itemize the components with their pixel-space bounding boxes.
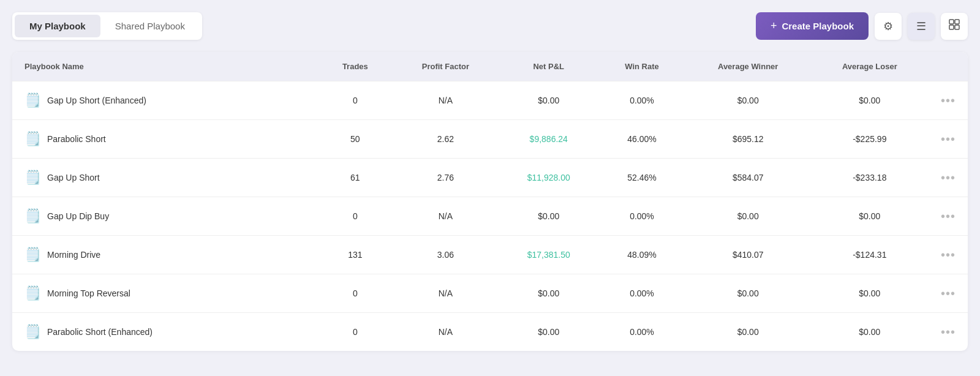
playbook-table: Playbook Name Trades Profit Factor Net P… bbox=[12, 52, 968, 351]
cell-avg-loser: $0.00 bbox=[811, 197, 929, 236]
row-icon: 🗒️ bbox=[24, 92, 41, 108]
table-row[interactable]: 🗒️Gap Up Short612.76$11,928.0052.46%$584… bbox=[12, 159, 968, 197]
cell-trades: 131 bbox=[318, 236, 392, 274]
header-right: + Create Playbook ⚙ ☰ bbox=[756, 12, 968, 40]
cell-name: 🗒️Gap Up Dip Buy bbox=[12, 197, 318, 235]
table-row[interactable]: 🗒️Gap Up Dip Buy0N/A$0.000.00%$0.00$0.00… bbox=[12, 197, 968, 236]
gear-icon: ⚙ bbox=[883, 20, 893, 33]
grid-view-button[interactable] bbox=[941, 13, 968, 40]
playbook-name-label: Parabolic Short (Enhanced) bbox=[47, 327, 153, 337]
cell-row-menu[interactable]: ••• bbox=[929, 236, 968, 274]
cell-trades: 61 bbox=[318, 159, 392, 197]
cell-trades: 0 bbox=[318, 197, 392, 236]
cell-profit-factor: 2.76 bbox=[393, 159, 499, 197]
cell-trades: 0 bbox=[318, 274, 392, 313]
cell-profit-factor: N/A bbox=[393, 313, 499, 352]
create-playbook-button[interactable]: + Create Playbook bbox=[756, 12, 869, 40]
playbook-name-label: Gap Up Short bbox=[47, 173, 100, 182]
cell-net-pl: $0.00 bbox=[499, 81, 598, 120]
cell-net-pl: $17,381.50 bbox=[499, 236, 598, 274]
cell-avg-winner: $0.00 bbox=[685, 81, 811, 120]
cell-avg-winner: $410.07 bbox=[685, 236, 811, 274]
cell-avg-loser: $0.00 bbox=[811, 274, 929, 313]
cell-avg-winner: $584.07 bbox=[685, 159, 811, 197]
cell-row-menu[interactable]: ••• bbox=[929, 274, 968, 313]
row-icon: 🗒️ bbox=[24, 285, 41, 301]
cell-win-rate: 0.00% bbox=[598, 313, 685, 352]
cell-net-pl: $11,928.00 bbox=[499, 159, 598, 197]
col-header-profit-factor: Profit Factor bbox=[393, 52, 499, 81]
plus-icon: + bbox=[771, 20, 777, 32]
col-header-name: Playbook Name bbox=[12, 52, 318, 81]
row-icon: 🗒️ bbox=[24, 208, 41, 224]
cell-win-rate: 0.00% bbox=[598, 274, 685, 313]
row-icon: 🗒️ bbox=[24, 131, 41, 147]
svg-rect-2 bbox=[949, 25, 954, 29]
cell-trades: 50 bbox=[318, 120, 392, 159]
table-row[interactable]: 🗒️Parabolic Short (Enhanced)0N/A$0.000.0… bbox=[12, 313, 968, 352]
page-container: My Playbook Shared Playbook + Create Pla… bbox=[0, 0, 980, 351]
cell-avg-winner: $0.00 bbox=[685, 197, 811, 236]
cell-name: 🗒️Parabolic Short (Enhanced) bbox=[12, 313, 318, 351]
cell-row-menu[interactable]: ••• bbox=[929, 120, 968, 159]
table-row[interactable]: 🗒️Parabolic Short502.62$9,886.2446.00%$6… bbox=[12, 120, 968, 159]
playbook-name-label: Morning Top Reversal bbox=[47, 288, 130, 298]
cell-win-rate: 46.00% bbox=[598, 120, 685, 159]
table-row[interactable]: 🗒️Morning Top Reversal0N/A$0.000.00%$0.0… bbox=[12, 274, 968, 313]
col-header-avg-winner: Average Winner bbox=[685, 52, 811, 81]
cell-avg-loser: $0.00 bbox=[811, 313, 929, 352]
settings-button[interactable]: ⚙ bbox=[875, 13, 902, 40]
col-header-avg-loser: Average Loser bbox=[811, 52, 929, 81]
col-header-trades: Trades bbox=[318, 52, 392, 81]
cell-net-pl: $0.00 bbox=[499, 274, 598, 313]
tab-my-playbook[interactable]: My Playbook bbox=[15, 15, 100, 37]
playbook-name-label: Gap Up Dip Buy bbox=[47, 211, 109, 221]
cell-row-menu[interactable]: ••• bbox=[929, 313, 968, 352]
svg-rect-1 bbox=[955, 20, 959, 24]
cell-name: 🗒️Gap Up Short bbox=[12, 159, 318, 197]
cell-name: 🗒️Gap Up Short (Enhanced) bbox=[12, 81, 318, 119]
cell-net-pl: $0.00 bbox=[499, 313, 598, 352]
create-button-label: Create Playbook bbox=[782, 21, 854, 31]
cell-avg-loser: -$124.31 bbox=[811, 236, 929, 274]
cell-row-menu[interactable]: ••• bbox=[929, 159, 968, 197]
cell-avg-loser: $0.00 bbox=[811, 81, 929, 120]
playbook-name-label: Gap Up Short (Enhanced) bbox=[47, 96, 146, 105]
svg-rect-3 bbox=[955, 25, 959, 29]
cell-avg-loser: -$225.99 bbox=[811, 120, 929, 159]
cell-win-rate: 48.09% bbox=[598, 236, 685, 274]
table-row[interactable]: 🗒️Gap Up Short (Enhanced)0N/A$0.000.00%$… bbox=[12, 81, 968, 120]
cell-name: 🗒️Parabolic Short bbox=[12, 120, 318, 158]
row-icon: 🗒️ bbox=[24, 247, 41, 263]
svg-rect-0 bbox=[949, 20, 954, 24]
cell-trades: 0 bbox=[318, 81, 392, 120]
cell-profit-factor: N/A bbox=[393, 81, 499, 120]
row-icon: 🗒️ bbox=[24, 324, 41, 340]
cell-trades: 0 bbox=[318, 313, 392, 352]
table-row[interactable]: 🗒️Morning Drive1313.06$17,381.5048.09%$4… bbox=[12, 236, 968, 274]
col-header-net-pl: Net P&L bbox=[499, 52, 598, 81]
header: My Playbook Shared Playbook + Create Pla… bbox=[12, 12, 968, 40]
row-icon: 🗒️ bbox=[24, 170, 41, 186]
playbook-table-container: Playbook Name Trades Profit Factor Net P… bbox=[12, 52, 968, 351]
cell-avg-winner: $0.00 bbox=[685, 274, 811, 313]
cell-net-pl: $9,886.24 bbox=[499, 120, 598, 159]
cell-profit-factor: N/A bbox=[393, 197, 499, 236]
cell-profit-factor: 3.06 bbox=[393, 236, 499, 274]
cell-row-menu[interactable]: ••• bbox=[929, 81, 968, 120]
table-header-row: Playbook Name Trades Profit Factor Net P… bbox=[12, 52, 968, 81]
playbook-name-label: Parabolic Short bbox=[47, 134, 106, 144]
cell-profit-factor: N/A bbox=[393, 274, 499, 313]
col-header-actions bbox=[929, 52, 968, 81]
list-icon: ☰ bbox=[916, 20, 926, 33]
cell-win-rate: 0.00% bbox=[598, 197, 685, 236]
cell-name: 🗒️Morning Top Reversal bbox=[12, 274, 318, 312]
cell-win-rate: 0.00% bbox=[598, 81, 685, 120]
tab-shared-playbook[interactable]: Shared Playbook bbox=[100, 15, 200, 37]
cell-avg-winner: $695.12 bbox=[685, 120, 811, 159]
list-view-button[interactable]: ☰ bbox=[908, 13, 935, 40]
cell-avg-loser: -$233.18 bbox=[811, 159, 929, 197]
col-header-win-rate: Win Rate bbox=[598, 52, 685, 81]
cell-win-rate: 52.46% bbox=[598, 159, 685, 197]
cell-row-menu[interactable]: ••• bbox=[929, 197, 968, 236]
